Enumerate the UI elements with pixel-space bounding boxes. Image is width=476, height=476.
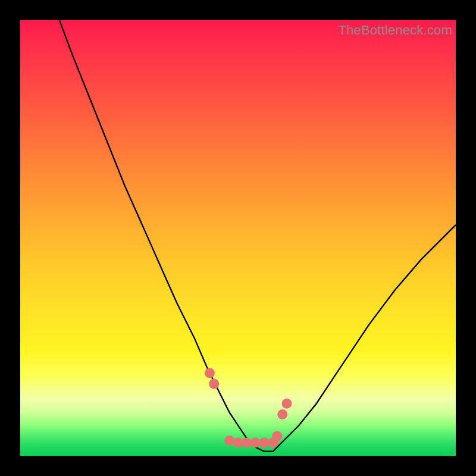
highlight-point xyxy=(205,368,215,378)
highlight-point xyxy=(224,436,234,446)
plot-area: TheBottleneck.com xyxy=(20,20,456,456)
highlight-point xyxy=(282,399,292,409)
highlight-point xyxy=(259,438,269,448)
highlight-points xyxy=(205,368,292,447)
highlight-point xyxy=(242,438,252,448)
chart-frame: TheBottleneck.com xyxy=(0,0,476,476)
bottleneck-curve xyxy=(60,20,456,452)
highlight-point xyxy=(272,431,282,441)
highlight-point xyxy=(250,438,261,448)
highlight-point xyxy=(233,438,243,448)
highlight-point xyxy=(209,379,219,389)
bottleneck-curve-svg xyxy=(20,20,456,456)
watermark-text: TheBottleneck.com xyxy=(338,23,452,38)
highlight-point xyxy=(277,409,287,419)
